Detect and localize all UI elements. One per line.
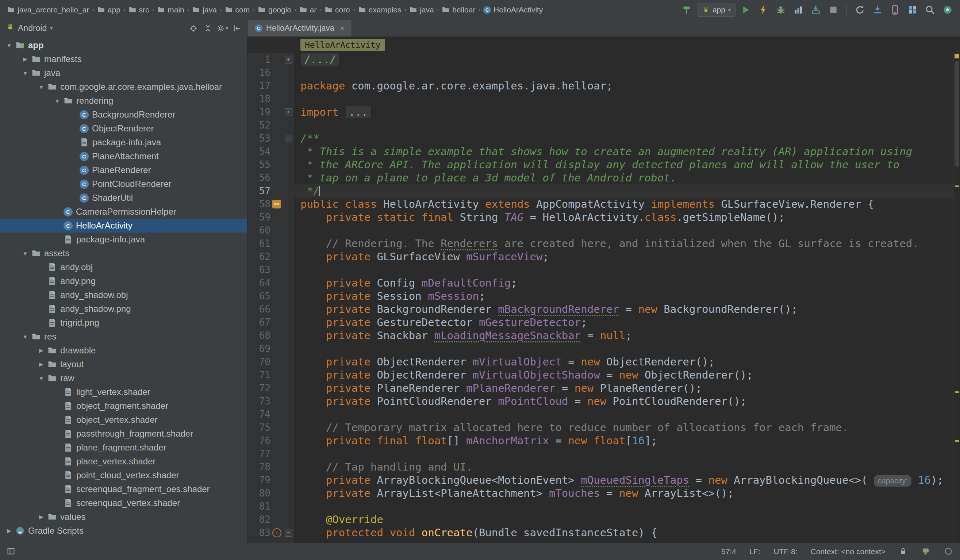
fold-collapse-icon[interactable]: − [283, 529, 294, 537]
tree-item-object-vertex-shader[interactable]: object_vertex.shader [0, 413, 247, 427]
tree-item-helloaractivity[interactable]: CHelloArActivity [0, 219, 247, 232]
chevron-expanded-icon[interactable]: ▼ [3, 42, 15, 48]
settings-gear-button[interactable]: ▾ [216, 22, 229, 34]
error-stripe[interactable] [954, 53, 960, 543]
lock-icon[interactable] [899, 547, 908, 556]
breadcrumb-item[interactable]: core [323, 5, 352, 15]
tree-item-plane-vertex-shader[interactable]: plane_vertex.shader [0, 454, 247, 468]
code-line-75[interactable]: 75 // Temporary matrix allocated here to… [248, 421, 960, 434]
code-line-66[interactable]: 66 private BackgroundRenderer mBackgroun… [248, 302, 960, 316]
tree-item-objectrenderer[interactable]: CObjectRenderer [0, 122, 247, 136]
code-line-59[interactable]: 59 private static final String TAG = Hel… [248, 211, 960, 224]
hide-panel-button[interactable] [230, 22, 243, 34]
close-tab-icon[interactable]: × [340, 24, 345, 32]
code-line-1[interactable]: 1+/.../ [248, 53, 960, 66]
breadcrumb-item[interactable]: helloar [440, 5, 477, 15]
code-line-83[interactable]: 83↑− protected void onCreate(Bundle save… [248, 526, 960, 539]
project-view-selector[interactable]: Android ▾ [4, 22, 55, 34]
fold-collapse-icon[interactable]: − [283, 135, 294, 142]
fold-expand-icon[interactable]: + [283, 109, 294, 116]
search-everywhere-button[interactable] [923, 3, 938, 17]
warning-stripe-mark[interactable] [955, 186, 959, 187]
code-line-82[interactable]: 82 @Override [248, 513, 960, 526]
chevron-expanded-icon[interactable]: ▼ [35, 375, 48, 381]
fold-expand-icon[interactable]: + [283, 56, 294, 64]
breadcrumb-item[interactable]: java [407, 5, 436, 15]
chevron-collapsed-icon[interactable]: ▶ [35, 514, 48, 520]
breadcrumb-item[interactable]: examples [356, 5, 403, 15]
breadcrumb-item[interactable]: java_arcore_hello_ar [5, 5, 91, 15]
code-line-74[interactable]: 74 [248, 408, 960, 421]
breadcrumb-item[interactable]: ar [298, 5, 318, 15]
code-line-81[interactable]: 81 [248, 500, 960, 513]
tree-item-raw[interactable]: ▼raw [0, 371, 247, 385]
breadcrumb-item[interactable]: app [95, 5, 122, 15]
code-line-56[interactable]: 56 * tap on a plane to place a 3d model … [248, 171, 960, 184]
tree-item-package-info-java[interactable]: package-info.java [0, 232, 247, 246]
code-line-68[interactable]: 68 private Snackbar mLoadingMessageSnack… [248, 329, 960, 342]
attach-debugger-button[interactable] [808, 3, 823, 17]
gutter-class-marker-icon[interactable]: <> [270, 200, 283, 208]
warning-stripe-mark[interactable] [955, 440, 959, 442]
code-line-78[interactable]: 78 // Tap handling and UI. [248, 460, 960, 474]
tree-item-pointcloudrenderer[interactable]: CPointCloudRenderer [0, 177, 247, 191]
tree-item-app[interactable]: ▼app [0, 38, 247, 52]
code-line-71[interactable]: 71 private ObjectRenderer mVirtualObject… [248, 368, 960, 381]
highlighting-level-icon[interactable] [921, 547, 931, 556]
code-line-55[interactable]: 55 * the ARCore API. The application wil… [248, 158, 960, 171]
code-line-79[interactable]: 79 private ArrayBlockingQueue<MotionEven… [248, 474, 960, 486]
tree-item-res[interactable]: ▼res [0, 330, 247, 344]
memory-indicator-icon[interactable] [944, 547, 954, 556]
instant-run-button[interactable] [756, 3, 771, 17]
code-line-73[interactable]: 73 private PointCloudRenderer mPointClou… [248, 395, 960, 408]
code-line-58[interactable]: 58<>public class HelloArActivity extends… [248, 197, 960, 211]
tree-item-camerapermissionhelper[interactable]: CCameraPermissionHelper [0, 205, 247, 219]
tab-helloaractivity-java[interactable]: C HelloArActivity.java × [248, 20, 352, 37]
breadcrumb-item[interactable]: google [256, 5, 293, 15]
tree-item-planerenderer[interactable]: CPlaneRenderer [0, 163, 247, 177]
code-line-61[interactable]: 61 // Rendering. The Renderers are creat… [248, 237, 960, 250]
encoding-widget[interactable]: UTF-8: [773, 547, 797, 556]
code-line-72[interactable]: 72 private PlaneRenderer mPlaneRenderer … [248, 381, 960, 395]
assistant-button[interactable] [940, 3, 955, 17]
chevron-expanded-icon[interactable]: ▼ [19, 250, 31, 257]
tree-item-backgroundrenderer[interactable]: CBackgroundRenderer [0, 108, 247, 122]
code-line-16[interactable]: 16 [248, 66, 960, 79]
code-line-19[interactable]: 19+import ... [248, 106, 960, 118]
chevron-collapsed-icon[interactable]: ▶ [35, 361, 48, 368]
code-line-63[interactable]: 63 [248, 263, 960, 276]
chevron-expanded-icon[interactable]: ▼ [51, 98, 64, 104]
tree-item-andy-png[interactable]: andy.png [0, 274, 247, 288]
code-line-60[interactable]: 60 [248, 224, 960, 237]
locate-button[interactable] [187, 22, 200, 34]
tree-item-layout[interactable]: ▶layout [0, 357, 247, 371]
tree-item-gradle-scripts[interactable]: ▶Gradle Scripts [0, 524, 247, 538]
tree-item-trigrid-png[interactable]: trigrid.png [0, 316, 247, 330]
tree-item-light-vertex-shader[interactable]: light_vertex.shader [0, 385, 247, 399]
breadcrumb-item[interactable]: com [223, 5, 252, 15]
tree-item-andy-shadow-obj[interactable]: andy_shadow.obj [0, 288, 247, 302]
breadcrumb-item[interactable]: CHelloArActivity [482, 5, 545, 15]
code-line-53[interactable]: 53−/** [248, 132, 960, 145]
caret-position[interactable]: 57:4 [721, 547, 736, 556]
code-line-17[interactable]: 17package com.google.ar.core.examples.ja… [248, 79, 960, 92]
tree-item-com-google-ar-core-examples-java-helloar[interactable]: ▼com.google.ar.core.examples.java.helloa… [0, 80, 247, 94]
editor-scrollbar-thumb[interactable] [955, 61, 959, 167]
code-line-57[interactable]: 57 */ [248, 184, 960, 197]
chevron-collapsed-icon[interactable]: ▶ [35, 347, 48, 354]
chevron-collapsed-icon[interactable]: ▶ [3, 528, 15, 534]
code-line-70[interactable]: 70 private ObjectRenderer mVirtualObject… [248, 355, 960, 368]
tree-item-andy-obj[interactable]: andy.obj [0, 260, 247, 274]
code-line-62[interactable]: 62 private GLSurfaceView mSurfaceView; [248, 250, 960, 263]
breadcrumb-item[interactable]: src [126, 5, 151, 15]
sync-gradle-button[interactable] [853, 3, 867, 17]
chevron-expanded-icon[interactable]: ▼ [19, 70, 31, 76]
tree-item-passthrough-fragment-shader[interactable]: passthrough_fragment.shader [0, 427, 247, 441]
run-play-button[interactable] [738, 3, 753, 17]
tree-item-package-info-java[interactable]: package-info.java [0, 136, 247, 149]
code-line-52[interactable]: 52 [248, 118, 960, 132]
sdk-manager-button[interactable] [870, 3, 885, 17]
code-line-18[interactable]: 18 [248, 92, 960, 106]
tree-item-java[interactable]: ▼java [0, 66, 247, 80]
stop-button[interactable] [826, 3, 841, 17]
